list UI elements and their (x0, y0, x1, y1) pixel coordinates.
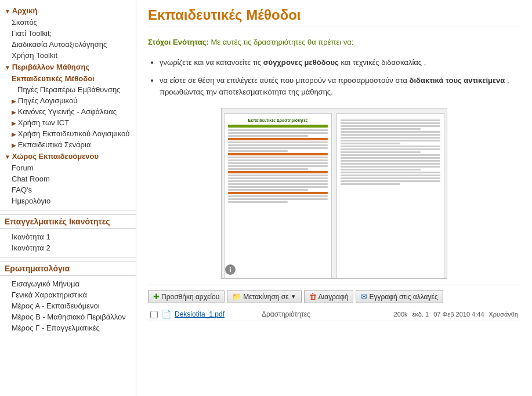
sidebar-item-merosA[interactable]: Μέρος Α - Εκπαιδευόμενοι (0, 300, 136, 311)
doc-line (228, 153, 328, 155)
sidebar-item-skopos[interactable]: Σκοπός (0, 17, 136, 28)
sidebar-item-merosB[interactable]: Μέρος Β - Μαθησιακό Περιβάλλον (0, 311, 136, 322)
list-item: γνωρίζετε και να κατανοείτε τις σύγχρονε… (160, 57, 520, 69)
doc-line (341, 157, 440, 159)
doc-line (341, 122, 440, 124)
file-edition: έκδ. 1 (412, 311, 429, 318)
doc-line (228, 125, 328, 128)
sidebar: Αρχική Σκοπός Γιατί Toolkit; Διαδικασία … (0, 0, 136, 396)
doc-line (341, 134, 440, 136)
doc-line (341, 177, 440, 179)
doc-line (228, 189, 308, 191)
move-label: Μετακίνηση σε (243, 293, 288, 301)
doc-line (228, 175, 328, 176)
sidebar-item-merosG[interactable]: Μέρος Γ - Επαγγελματικές (0, 322, 136, 333)
file-name-link[interactable]: Deksiotita_1.pdf (175, 310, 256, 318)
sidebar-item-ekpaideutikes[interactable]: Εκπαιδευτικές Μέθοδοι (0, 73, 136, 84)
sidebar-item-ekpaideutikaskenaria[interactable]: Εκπαιδευτικά Σενάρια (0, 139, 136, 150)
sidebar-item-eisagogiko[interactable]: Εισαγωγικό Μήνυμα (0, 278, 136, 289)
doc-line (228, 159, 328, 161)
sidebar-item-chrisiict[interactable]: Χρήση των ICT (0, 117, 136, 128)
file-metadata: 200k έκδ. 1 07 Φεβ 2010 4:44 Χρυσάνθη (394, 311, 518, 318)
move-button[interactable]: 📁 Μετακίνηση σε ▼ (227, 290, 301, 303)
doc-line (228, 180, 328, 182)
doc-line (341, 166, 440, 168)
list-item: να είστε σε θέση να επιλέγετε αυτές που … (160, 75, 520, 99)
file-description: Δραστηριότητες (262, 310, 394, 318)
doc-line (228, 162, 328, 164)
doc-line (341, 148, 440, 150)
doc-line (341, 146, 440, 147)
trash-icon: 🗑 (309, 292, 317, 301)
sidebar-item-genika[interactable]: Γενικά Χαρακτηριστικά (0, 289, 136, 300)
sidebar-item-chrisi[interactable]: Χρήση Toolkit (0, 50, 136, 61)
doc-line (341, 154, 440, 156)
bullet-bold-1: σύγχρονες μεθόδους (263, 58, 339, 67)
sidebar-section-epaggelmatikes: Επαγγελματικές Ικανότητες (0, 214, 136, 229)
doc-line (228, 168, 308, 170)
sidebar-item-hmerologio[interactable]: Ημερολόγιο (0, 195, 136, 206)
doc-line (228, 135, 308, 137)
doc-line (341, 169, 421, 170)
doc-line (341, 160, 440, 162)
doc-page-right (336, 113, 444, 279)
sidebar-item-kanones[interactable]: Κανόνες Υγιεινής - Ασφάλειας (0, 106, 136, 117)
doc-page-title: Εκπαιδευτικές Δραστηριότητες (228, 118, 328, 122)
mail-icon: ✉ (361, 292, 367, 301)
doc-line (341, 175, 440, 176)
add-file-label: Προσθήκη αρχείου (161, 293, 219, 301)
doc-line (228, 147, 328, 149)
sidebar-item-diadikasia[interactable]: Διαδικασία Αυτοαξιολόγησης (0, 39, 136, 50)
sidebar-item-ikanotita1[interactable]: Ικανότητα 1 (0, 231, 136, 242)
document-preview: Εκπαιδευτικές Δραστηριότητες (221, 108, 447, 279)
sidebar-item-chrisilogismikoy[interactable]: Χρήση Εκπαιδευτικού Λογισμικού (0, 128, 136, 139)
doc-line (341, 143, 400, 144)
doc-line (228, 183, 328, 185)
doc-line (228, 144, 328, 146)
doc-line (228, 157, 328, 158)
doc-line (341, 163, 440, 165)
folder-icon: 📁 (232, 292, 241, 301)
doc-line (228, 138, 328, 140)
doc-line (341, 172, 440, 173)
sidebar-item-chatroom[interactable]: Chat Room (0, 173, 136, 184)
delete-label: Διαγραφή (319, 293, 349, 301)
objectives-text: Με αυτές τις δραστηριότητες θα πρέπει να… (211, 38, 353, 46)
sidebar-item-pigeslogismikoy[interactable]: Πηγές Λογισμικού (0, 95, 136, 106)
doc-line (228, 201, 288, 203)
file-checkbox[interactable] (150, 311, 158, 318)
sidebar-item-faqs[interactable]: FAQ's (0, 184, 136, 195)
table-row: 📄 Deksiotita_1.pdf Δραστηριότητες 200k έ… (148, 308, 520, 321)
doc-line (228, 198, 328, 200)
doc-line (228, 192, 328, 194)
file-size: 200k (394, 311, 408, 318)
delete-button[interactable]: 🗑 Διαγραφή (304, 290, 354, 303)
page-title: Εκπαιδευτικές Μέθοδοι (148, 7, 520, 27)
plus-icon: ✚ (153, 292, 160, 301)
sidebar-section-perivallonmathisis[interactable]: Περιβάλλον Μάθησης (0, 61, 136, 73)
doc-line (341, 128, 421, 130)
doc-line (341, 119, 440, 121)
sidebar-item-forum[interactable]: Forum (0, 162, 136, 173)
sidebar-item-ikanotita2[interactable]: Ικανότητα 2 (0, 242, 136, 253)
doc-line (228, 141, 328, 143)
doc-line (341, 151, 421, 153)
doc-line (341, 183, 400, 185)
bullet-list: γνωρίζετε και να κατανοείτε τις σύγχρονε… (160, 57, 520, 99)
main-content: Εκπαιδευτικές Μέθοδοι Στόχοι Ενότητας: Μ… (136, 0, 532, 396)
doc-line (228, 171, 328, 173)
sidebar-section-chorosekpaideyomenou[interactable]: Χώρος Εκπαιδευόμενου (0, 150, 136, 162)
doc-line (228, 177, 328, 179)
subscribe-button[interactable]: ✉ Εγγραφή στις αλλαγές (356, 290, 443, 303)
doc-line (228, 195, 328, 197)
sidebar-section-archiki[interactable]: Αρχική (0, 5, 136, 17)
sidebar-item-giati[interactable]: Γιατί Toolkit; (0, 28, 136, 39)
sidebar-item-piges[interactable]: Πηγές Περαιτέρω Εμβάθυνσης (0, 84, 136, 95)
bullet-text-1-before: γνωρίζετε και να κατανοείτε τις (160, 58, 263, 67)
doc-line (341, 131, 440, 133)
file-date: 07 Φεβ 2010 4:44 (433, 311, 484, 318)
dropdown-arrow-icon: ▼ (291, 293, 296, 300)
doc-page-left: Εκπαιδευτικές Δραστηριότητες (224, 113, 332, 279)
doc-line (228, 150, 288, 152)
add-file-button[interactable]: ✚ Προσθήκη αρχείου (148, 290, 225, 303)
